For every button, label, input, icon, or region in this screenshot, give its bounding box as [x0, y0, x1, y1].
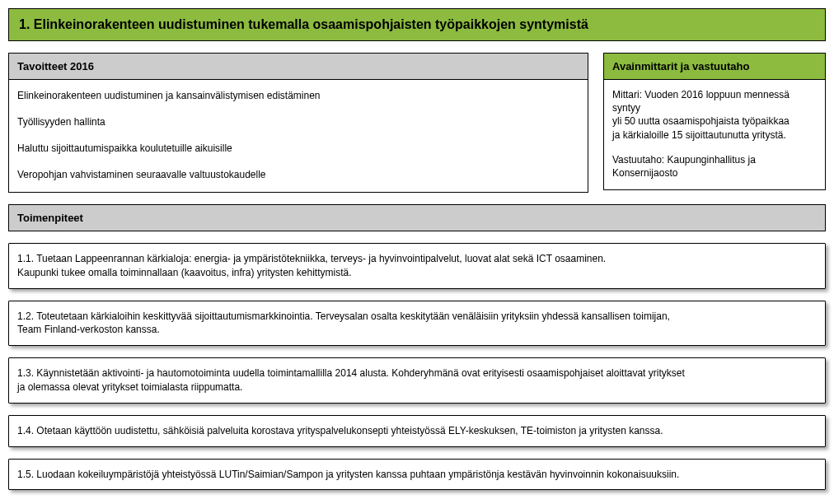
action-text: ja olemassa olevat yritykset toimialasta…: [17, 380, 817, 394]
goals-column: Tavoitteet 2016 Elinkeinorakenteen uudis…: [8, 53, 588, 193]
goal-item: Työllisyyden hallinta: [17, 114, 579, 129]
actions-header: Toimenpiteet: [8, 204, 826, 231]
indicator-line: Mittari: Vuoden 2016 loppuun mennessä sy…: [612, 88, 817, 114]
indicator-metric: Mittari: Vuoden 2016 loppuun mennessä sy…: [612, 88, 817, 142]
indicator-line: Konsernijaosto: [612, 166, 817, 180]
action-item: 1.5. Luodaan kokeiluympäristöjä yhteisty…: [8, 459, 826, 491]
goals-content: Elinkeinorakenteen uudistuminen ja kansa…: [8, 80, 588, 193]
action-text: Kaupunki tukee omalla toiminnallaan (kaa…: [17, 266, 817, 280]
main-title: 1. Elinkeinorakenteen uudistuminen tukem…: [8, 8, 826, 41]
indicator-line: yli 50 uutta osaamispohjaista työpaikkaa: [612, 114, 817, 128]
action-text: 1.4. Otetaan käyttöön uudistettu, sähköi…: [17, 424, 817, 438]
goal-item: Veropohjan vahvistaminen seuraavalle val…: [17, 167, 579, 182]
indicator-line: ja kärkialoille 15 sijoittautunutta yrit…: [612, 128, 817, 142]
action-text: Team Finland-verkoston kanssa.: [17, 323, 817, 337]
action-item: 1.2. Toteutetaan kärkialoihin keskittyvä…: [8, 301, 826, 347]
action-item: 1.4. Otetaan käyttöön uudistettu, sähköi…: [8, 415, 826, 447]
action-text: 1.3. Käynnistetään aktivointi- ja hautom…: [17, 366, 817, 380]
goal-item: Haluttu sijoittautumispaikka koulutetuil…: [17, 141, 579, 156]
goal-item: Elinkeinorakenteen uudistuminen ja kansa…: [17, 88, 579, 103]
action-text: 1.2. Toteutetaan kärkialoihin keskittyvä…: [17, 310, 817, 324]
indicator-line: Vastuutaho: Kaupunginhallitus ja: [612, 153, 817, 166]
action-item: 1.3. Käynnistetään aktivointi- ja hautom…: [8, 357, 826, 404]
indicators-content: Mittari: Vuoden 2016 loppuun mennessä sy…: [603, 80, 826, 190]
goals-header: Tavoitteet 2016: [8, 53, 588, 80]
action-text: 1.1. Tuetaan Lappeenrannan kärkialoja: e…: [17, 252, 817, 266]
indicator-responsible: Vastuutaho: Kaupunginhallitus ja Konsern…: [612, 153, 817, 180]
action-item: 1.1. Tuetaan Lappeenrannan kärkialoja: e…: [8, 243, 826, 289]
indicators-header: Avainmittarit ja vastuutaho: [603, 53, 826, 80]
indicators-column: Avainmittarit ja vastuutaho Mittari: Vuo…: [603, 53, 826, 193]
top-columns: Tavoitteet 2016 Elinkeinorakenteen uudis…: [8, 53, 826, 193]
action-text: 1.5. Luodaan kokeiluympäristöjä yhteisty…: [17, 468, 817, 482]
